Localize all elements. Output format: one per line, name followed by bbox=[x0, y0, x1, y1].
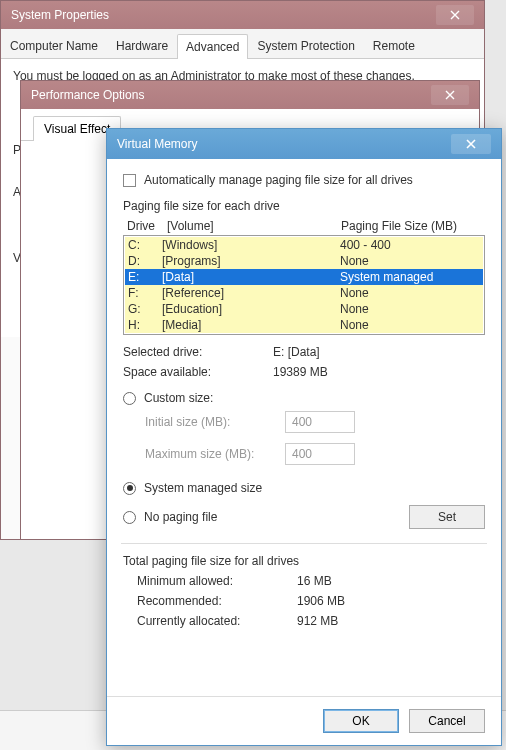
custom-size-radio[interactable] bbox=[123, 392, 136, 405]
drive-row[interactable]: E:[Data]System managed bbox=[125, 269, 483, 285]
header-drive: Drive bbox=[127, 219, 167, 233]
virtual-memory-footer: OK Cancel bbox=[107, 696, 501, 745]
auto-manage-checkbox[interactable] bbox=[123, 174, 136, 187]
drive-volume: [Reference] bbox=[162, 286, 340, 300]
drive-list-header: Drive [Volume] Paging File Size (MB) bbox=[123, 219, 485, 235]
drive-row[interactable]: C:[Windows]400 - 400 bbox=[125, 237, 483, 253]
currently-allocated-value: 912 MB bbox=[297, 614, 338, 628]
drive-row[interactable]: F:[Reference]None bbox=[125, 285, 483, 301]
cancel-button[interactable]: Cancel bbox=[409, 709, 485, 733]
selected-drive-value: E: [Data] bbox=[273, 345, 320, 359]
drive-row[interactable]: D:[Programs]None bbox=[125, 253, 483, 269]
system-managed-label: System managed size bbox=[144, 481, 262, 495]
no-paging-radio[interactable] bbox=[123, 511, 136, 524]
drive-volume: [Windows] bbox=[162, 238, 340, 252]
tab-system-protection[interactable]: System Protection bbox=[248, 33, 363, 58]
close-icon[interactable] bbox=[451, 134, 491, 154]
maximum-size-label: Maximum size (MB): bbox=[145, 447, 285, 461]
drive-paging-size: None bbox=[340, 286, 480, 300]
tab-advanced[interactable]: Advanced bbox=[177, 34, 248, 59]
recommended-value: 1906 MB bbox=[297, 594, 345, 608]
performance-options-titlebar[interactable]: Performance Options bbox=[21, 81, 479, 109]
initial-size-input[interactable] bbox=[285, 411, 355, 433]
drive-paging-size: 400 - 400 bbox=[340, 238, 480, 252]
totals-heading: Total paging file size for all drives bbox=[123, 554, 485, 568]
drive-row[interactable]: G:[Education]None bbox=[125, 301, 483, 317]
min-allowed-label: Minimum allowed: bbox=[137, 574, 297, 588]
drive-paging-size: None bbox=[340, 302, 480, 316]
drive-letter: H: bbox=[128, 318, 162, 332]
space-available-value: 19389 MB bbox=[273, 365, 328, 379]
drive-paging-size: System managed bbox=[340, 270, 480, 284]
space-available-label: Space available: bbox=[123, 365, 273, 379]
ok-button[interactable]: OK bbox=[323, 709, 399, 733]
paging-size-subhead: Paging file size for each drive bbox=[123, 199, 485, 213]
set-button[interactable]: Set bbox=[409, 505, 485, 529]
selected-drive-label: Selected drive: bbox=[123, 345, 273, 359]
virtual-memory-titlebar[interactable]: Virtual Memory bbox=[107, 129, 501, 159]
close-icon[interactable] bbox=[431, 85, 469, 105]
system-managed-radio[interactable] bbox=[123, 482, 136, 495]
maximum-size-input[interactable] bbox=[285, 443, 355, 465]
auto-manage-label: Automatically manage paging file size fo… bbox=[144, 173, 413, 187]
drive-list[interactable]: C:[Windows]400 - 400D:[Programs]NoneE:[D… bbox=[123, 235, 485, 335]
virtual-memory-dialog: Virtual Memory Automatically manage pagi… bbox=[106, 128, 502, 746]
tab-computer-name[interactable]: Computer Name bbox=[1, 33, 107, 58]
drive-letter: D: bbox=[128, 254, 162, 268]
drive-volume: [Education] bbox=[162, 302, 340, 316]
no-paging-label: No paging file bbox=[144, 510, 217, 524]
drive-volume: [Programs] bbox=[162, 254, 340, 268]
system-properties-title: System Properties bbox=[11, 8, 109, 22]
tab-hardware[interactable]: Hardware bbox=[107, 33, 177, 58]
close-icon[interactable] bbox=[436, 5, 474, 25]
min-allowed-value: 16 MB bbox=[297, 574, 332, 588]
drive-row[interactable]: H:[Media]None bbox=[125, 317, 483, 333]
drive-volume: [Media] bbox=[162, 318, 340, 332]
currently-allocated-label: Currently allocated: bbox=[137, 614, 297, 628]
drive-paging-size: None bbox=[340, 254, 480, 268]
drive-letter: E: bbox=[128, 270, 162, 284]
system-properties-titlebar[interactable]: System Properties bbox=[1, 1, 484, 29]
performance-options-title: Performance Options bbox=[31, 88, 144, 102]
header-size: Paging File Size (MB) bbox=[341, 219, 481, 233]
drive-paging-size: None bbox=[340, 318, 480, 332]
virtual-memory-title: Virtual Memory bbox=[117, 137, 197, 151]
header-volume: [Volume] bbox=[167, 219, 341, 233]
tab-remote[interactable]: Remote bbox=[364, 33, 424, 58]
recommended-label: Recommended: bbox=[137, 594, 297, 608]
system-properties-tabs: Computer Name Hardware Advanced System P… bbox=[1, 29, 484, 59]
drive-letter: F: bbox=[128, 286, 162, 300]
drive-letter: C: bbox=[128, 238, 162, 252]
initial-size-label: Initial size (MB): bbox=[145, 415, 285, 429]
custom-size-label: Custom size: bbox=[144, 391, 213, 405]
drive-volume: [Data] bbox=[162, 270, 340, 284]
drive-letter: G: bbox=[128, 302, 162, 316]
